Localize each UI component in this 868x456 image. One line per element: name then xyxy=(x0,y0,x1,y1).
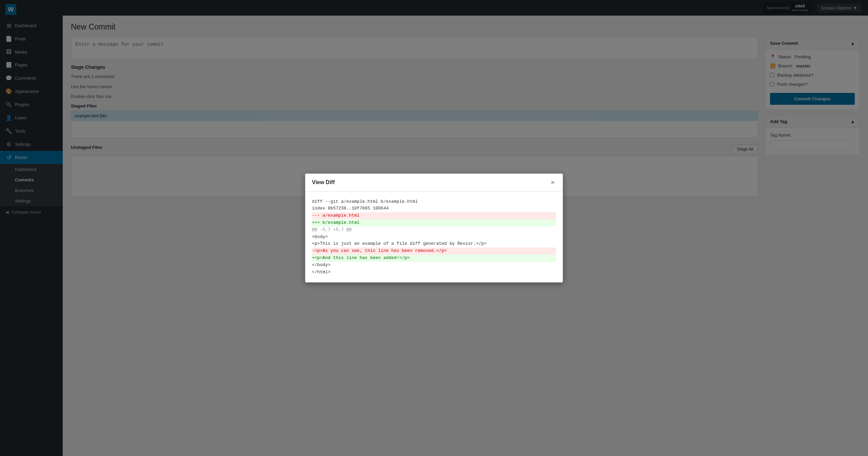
diff-line: --- a/example.html xyxy=(312,212,556,219)
modal-header: View Diff × xyxy=(305,174,563,192)
modal-body: diff --git a/example.html b/example.html… xyxy=(305,192,563,283)
modal-overlay[interactable]: View Diff × diff --git a/example.html b/… xyxy=(0,0,868,456)
diff-line: index 8b57238..10f7865 100644 xyxy=(312,205,556,212)
diff-line: -<p>As you can see, this line has been r… xyxy=(312,247,556,255)
diff-line: diff --git a/example.html b/example.html xyxy=(312,198,556,205)
diff-line: +++ b/example.html xyxy=(312,219,556,226)
diff-line: </html> xyxy=(312,269,556,276)
diff-line: </body> xyxy=(312,262,556,269)
view-diff-modal: View Diff × diff --git a/example.html b/… xyxy=(305,174,563,283)
diff-line: @@ -5,7 +5,7 @@ xyxy=(312,226,556,234)
modal-close-button[interactable]: × xyxy=(549,179,556,186)
diff-line: <p>This is just an example of a file dif… xyxy=(312,240,556,247)
diff-line: +<p>And this line has been added!</p> xyxy=(312,255,556,262)
diff-line: <body> xyxy=(312,234,556,241)
modal-title: View Diff xyxy=(312,179,335,185)
